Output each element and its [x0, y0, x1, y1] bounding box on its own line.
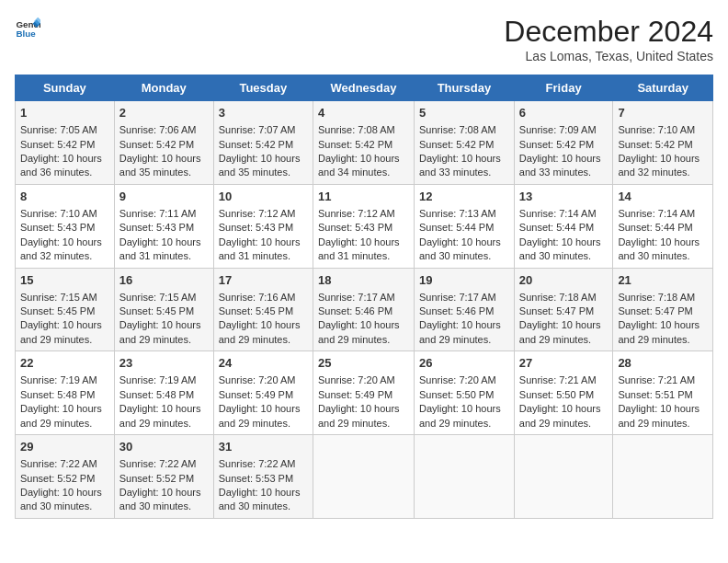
sunrise-text: Sunrise: 7:12 AM	[219, 208, 296, 219]
calendar-cell: 11Sunrise: 7:12 AMSunset: 5:43 PMDayligh…	[313, 184, 414, 268]
day-number: 21	[618, 272, 708, 289]
daylight-text: Daylight: 10 hours and 33 minutes.	[419, 153, 501, 178]
day-number: 12	[419, 189, 509, 205]
daylight-text: Daylight: 10 hours and 29 minutes.	[119, 319, 201, 344]
title-section: December 2024 Las Lomas, Texas, United S…	[504, 15, 713, 63]
calendar-week-row: 29Sunrise: 7:22 AMSunset: 5:52 PMDayligh…	[16, 435, 713, 519]
daylight-text: Daylight: 10 hours and 29 minutes.	[419, 403, 501, 428]
calendar-cell: 28Sunrise: 7:21 AMSunset: 5:51 PMDayligh…	[613, 351, 713, 435]
calendar-cell: 1Sunrise: 7:05 AMSunset: 5:42 PMDaylight…	[16, 101, 115, 185]
sunset-text: Sunset: 5:42 PM	[618, 139, 692, 150]
day-header-saturday: Saturday	[613, 75, 713, 101]
calendar-cell: 29Sunrise: 7:22 AMSunset: 5:52 PMDayligh…	[16, 435, 115, 519]
day-number: 17	[219, 272, 308, 289]
sunset-text: Sunset: 5:48 PM	[119, 389, 194, 400]
sunset-text: Sunset: 5:43 PM	[20, 222, 95, 233]
sunset-text: Sunset: 5:47 PM	[519, 305, 594, 316]
day-number: 23	[119, 355, 209, 372]
daylight-text: Daylight: 10 hours and 35 minutes.	[219, 153, 301, 178]
calendar-cell: 20Sunrise: 7:18 AMSunset: 5:47 PMDayligh…	[514, 268, 613, 351]
daylight-text: Daylight: 10 hours and 29 minutes.	[20, 403, 102, 428]
calendar-cell: 19Sunrise: 7:17 AMSunset: 5:46 PMDayligh…	[415, 268, 515, 351]
calendar-cell: 18Sunrise: 7:17 AMSunset: 5:46 PMDayligh…	[313, 268, 414, 351]
location: Las Lomas, Texas, United States	[504, 49, 713, 63]
sunset-text: Sunset: 5:42 PM	[20, 139, 95, 150]
sunrise-text: Sunrise: 7:14 AM	[519, 208, 597, 219]
logo: General Blue	[15, 15, 40, 40]
sunset-text: Sunset: 5:43 PM	[219, 222, 293, 233]
day-number: 18	[318, 272, 409, 289]
calendar-cell: 3Sunrise: 7:07 AMSunset: 5:42 PMDaylight…	[213, 101, 313, 185]
sunrise-text: Sunrise: 7:21 AM	[519, 374, 597, 385]
sunrise-text: Sunrise: 7:18 AM	[618, 292, 695, 303]
day-header-friday: Friday	[514, 75, 613, 101]
sunrise-text: Sunrise: 7:10 AM	[618, 124, 695, 135]
calendar-cell: 31Sunrise: 7:22 AMSunset: 5:53 PMDayligh…	[213, 435, 313, 519]
calendar-header-row: SundayMondayTuesdayWednesdayThursdayFrid…	[16, 75, 713, 101]
daylight-text: Daylight: 10 hours and 29 minutes.	[318, 403, 400, 428]
day-number: 24	[219, 355, 308, 372]
sunrise-text: Sunrise: 7:21 AM	[618, 374, 695, 385]
sunset-text: Sunset: 5:44 PM	[618, 222, 692, 233]
day-number: 7	[618, 105, 708, 121]
calendar-cell: 17Sunrise: 7:16 AMSunset: 5:45 PMDayligh…	[213, 268, 313, 351]
calendar-week-row: 1Sunrise: 7:05 AMSunset: 5:42 PMDaylight…	[16, 101, 713, 185]
sunrise-text: Sunrise: 7:07 AM	[219, 124, 296, 135]
svg-text:Blue: Blue	[16, 29, 36, 39]
sunset-text: Sunset: 5:44 PM	[419, 222, 494, 233]
daylight-text: Daylight: 10 hours and 29 minutes.	[519, 403, 601, 428]
daylight-text: Daylight: 10 hours and 29 minutes.	[318, 319, 400, 344]
daylight-text: Daylight: 10 hours and 29 minutes.	[419, 319, 501, 344]
daylight-text: Daylight: 10 hours and 34 minutes.	[318, 153, 400, 178]
day-header-monday: Monday	[114, 75, 213, 101]
calendar-cell: 5Sunrise: 7:08 AMSunset: 5:42 PMDaylight…	[415, 101, 515, 185]
day-number: 25	[318, 355, 409, 372]
sunrise-text: Sunrise: 7:13 AM	[419, 208, 496, 219]
sunrise-text: Sunrise: 7:09 AM	[519, 124, 597, 135]
day-number: 29	[20, 439, 109, 455]
calendar-cell: 8Sunrise: 7:10 AMSunset: 5:43 PMDaylight…	[16, 184, 115, 268]
daylight-text: Daylight: 10 hours and 30 minutes.	[519, 236, 601, 261]
day-number: 13	[519, 189, 609, 205]
sunrise-text: Sunrise: 7:22 AM	[20, 458, 97, 469]
sunset-text: Sunset: 5:42 PM	[519, 139, 594, 150]
day-number: 3	[219, 105, 308, 121]
sunset-text: Sunset: 5:42 PM	[219, 139, 293, 150]
day-number: 1	[20, 105, 109, 121]
calendar-cell: 4Sunrise: 7:08 AMSunset: 5:42 PMDaylight…	[313, 101, 414, 185]
sunrise-text: Sunrise: 7:20 AM	[219, 374, 296, 385]
daylight-text: Daylight: 10 hours and 36 minutes.	[20, 153, 102, 178]
calendar-cell: 26Sunrise: 7:20 AMSunset: 5:50 PMDayligh…	[415, 351, 515, 435]
calendar-table: SundayMondayTuesdayWednesdayThursdayFrid…	[15, 75, 713, 519]
sunset-text: Sunset: 5:42 PM	[119, 139, 194, 150]
daylight-text: Daylight: 10 hours and 30 minutes.	[618, 236, 700, 261]
day-number: 28	[618, 355, 708, 372]
sunset-text: Sunset: 5:44 PM	[519, 222, 594, 233]
day-number: 16	[119, 272, 209, 289]
calendar-cell: 2Sunrise: 7:06 AMSunset: 5:42 PMDaylight…	[114, 101, 213, 185]
sunset-text: Sunset: 5:45 PM	[119, 305, 194, 316]
sunset-text: Sunset: 5:45 PM	[219, 305, 293, 316]
day-number: 9	[119, 189, 209, 205]
sunrise-text: Sunrise: 7:17 AM	[318, 292, 395, 303]
calendar-cell: 16Sunrise: 7:15 AMSunset: 5:45 PMDayligh…	[114, 268, 213, 351]
sunset-text: Sunset: 5:52 PM	[119, 473, 194, 484]
day-number: 5	[419, 105, 509, 121]
day-number: 2	[119, 105, 209, 121]
daylight-text: Daylight: 10 hours and 31 minutes.	[318, 236, 400, 261]
daylight-text: Daylight: 10 hours and 29 minutes.	[20, 319, 102, 344]
calendar-cell: 15Sunrise: 7:15 AMSunset: 5:45 PMDayligh…	[16, 268, 115, 351]
day-number: 30	[119, 439, 209, 455]
day-number: 10	[219, 189, 308, 205]
sunrise-text: Sunrise: 7:18 AM	[519, 292, 597, 303]
sunset-text: Sunset: 5:52 PM	[20, 473, 95, 484]
day-number: 15	[20, 272, 109, 289]
sunset-text: Sunset: 5:51 PM	[618, 389, 692, 400]
sunset-text: Sunset: 5:48 PM	[20, 389, 95, 400]
day-number: 31	[219, 439, 308, 455]
calendar-cell	[313, 435, 414, 519]
sunrise-text: Sunrise: 7:20 AM	[318, 374, 395, 385]
calendar-week-row: 8Sunrise: 7:10 AMSunset: 5:43 PMDaylight…	[16, 184, 713, 268]
daylight-text: Daylight: 10 hours and 32 minutes.	[618, 153, 700, 178]
calendar-cell: 6Sunrise: 7:09 AMSunset: 5:42 PMDaylight…	[514, 101, 613, 185]
